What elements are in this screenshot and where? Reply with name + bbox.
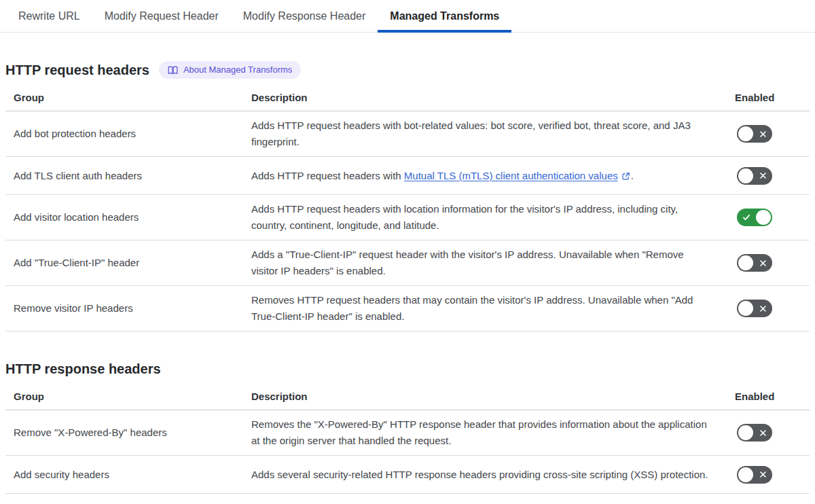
column-header-enabled: Enabled [735, 391, 810, 402]
column-header-description: Description [251, 391, 735, 402]
table-row: Add "True-Client-IP" header Adds a "True… [5, 240, 810, 286]
group-cell: Remove visitor IP headers [5, 301, 251, 316]
group-cell: Add bot protection headers [5, 126, 251, 141]
column-header-group: Group [5, 92, 251, 103]
description-cell: Removes the "X-Powered-By" HTTP response… [251, 416, 735, 449]
x-icon [754, 125, 772, 143]
description-cell: Adds HTTP request headers with location … [251, 201, 735, 234]
enabled-toggle[interactable] [737, 209, 772, 226]
tab-managed-transforms[interactable]: Managed Transforms [378, 0, 511, 32]
enabled-toggle[interactable] [737, 167, 772, 185]
mutual-tls-mtls-client-authentication-values-link[interactable]: Mutual TLS (mTLS) client authentication … [404, 170, 618, 181]
description-text: Adds HTTP request headers with bot-relat… [251, 120, 691, 147]
book-icon [168, 66, 178, 75]
x-icon [754, 466, 772, 484]
transforms-table: Group Description Enabled Add bot protec… [5, 88, 810, 331]
badge-label: About Managed Transforms [183, 65, 292, 75]
group-cell: Remove "X-Powered-By" headers [5, 425, 251, 440]
toggle-knob [738, 467, 753, 482]
x-icon [754, 424, 772, 442]
description-cell: Adds HTTP request headers with Mutual TL… [251, 168, 735, 184]
http-response-headers-section: HTTP response headers Group Description … [5, 360, 810, 494]
enabled-toggle[interactable] [737, 254, 772, 272]
section-title: HTTP request headers [5, 61, 149, 79]
column-header-description: Description [251, 92, 735, 103]
check-icon [738, 209, 755, 226]
description-cell: Adds HTTP request headers with bot-relat… [251, 118, 735, 150]
section-title: HTTP response headers [5, 360, 161, 378]
transforms-table: Group Description Enabled Remove "X-Powe… [5, 386, 810, 494]
toggle-knob [738, 301, 753, 316]
column-header-group: Group [5, 391, 251, 402]
table-row: Add visitor location headers Adds HTTP r… [5, 195, 810, 240]
x-icon [754, 167, 772, 185]
table-row: Remove "X-Powered-By" headers Removes th… [5, 410, 810, 456]
description-cell: Removes HTTP request headers that may co… [251, 292, 735, 325]
table-header-row: Group Description Enabled [5, 88, 810, 111]
enabled-toggle[interactable] [737, 424, 772, 442]
toggle-knob [738, 126, 753, 141]
group-cell: Add "True-Client-IP" header [5, 255, 251, 270]
table-body: Remove "X-Powered-By" headers Removes th… [5, 410, 810, 494]
x-icon [754, 254, 772, 272]
tab-modify-request-header[interactable]: Modify Request Header [92, 0, 231, 32]
toggle-knob [756, 210, 771, 225]
description-text: Removes HTTP request headers that may co… [251, 294, 693, 322]
http-request-headers-section: HTTP request headers About Managed Trans… [5, 61, 810, 331]
description-cell: Adds several security-related HTTP respo… [251, 467, 735, 483]
toggle-knob [738, 168, 753, 183]
description-text: Removes the "X-Powered-By" HTTP response… [251, 418, 707, 446]
enabled-toggle[interactable] [737, 466, 772, 484]
enabled-toggle[interactable] [737, 300, 772, 317]
about-managed-transforms-badge[interactable]: About Managed Transforms [159, 61, 301, 79]
description-text: Adds HTTP request headers with [251, 170, 404, 181]
group-cell: Add security headers [5, 467, 251, 482]
table-body: Add bot protection headers Adds HTTP req… [5, 111, 810, 331]
table-row: Add security headers Adds several securi… [5, 456, 810, 494]
description-text: Adds several security-related HTTP respo… [251, 469, 708, 480]
tab-rewrite-url[interactable]: Rewrite URL [6, 0, 92, 32]
tab-modify-response-header[interactable]: Modify Response Header [231, 0, 378, 32]
description-text: Adds HTTP request headers with location … [251, 203, 678, 231]
group-cell: Add TLS client auth headers [5, 168, 251, 183]
external-link-icon [621, 172, 630, 181]
table-row: Add bot protection headers Adds HTTP req… [5, 111, 810, 157]
description-text: Adds a "True-Client-IP" request header w… [251, 249, 684, 276]
table-row: Remove visitor IP headers Removes HTTP r… [5, 286, 810, 331]
description-text: . [631, 170, 634, 181]
table-header-row: Group Description Enabled [5, 386, 810, 410]
toggle-knob [738, 255, 753, 270]
column-header-enabled: Enabled [735, 92, 810, 103]
x-icon [754, 300, 772, 317]
enabled-toggle[interactable] [737, 125, 772, 143]
toggle-knob [738, 425, 753, 440]
group-cell: Add visitor location headers [5, 210, 251, 225]
description-cell: Adds a "True-Client-IP" request header w… [251, 247, 735, 279]
table-row: Add TLS client auth headers Adds HTTP re… [5, 157, 810, 195]
main-content: HTTP request headers About Managed Trans… [0, 61, 815, 494]
tab-bar: Rewrite URLModify Request HeaderModify R… [0, 0, 815, 33]
